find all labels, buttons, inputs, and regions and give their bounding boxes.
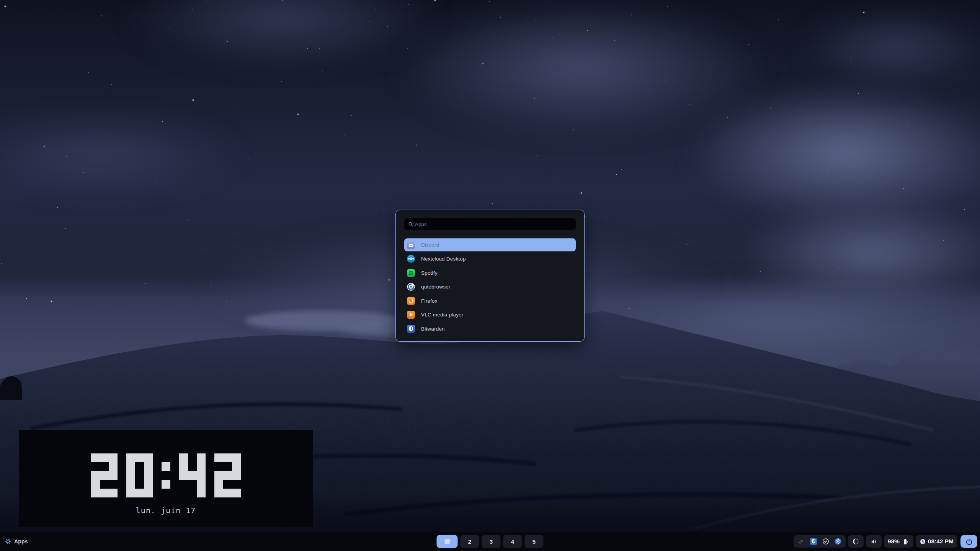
app-label: VLC media player (421, 312, 464, 318)
app-item-vlc-media-player[interactable]: VLC media player (404, 308, 576, 321)
app-label: Spotify (421, 270, 438, 276)
taskbar: Apps 2345 98% 08:42 PM (0, 532, 980, 551)
app-label: Nextcloud Desktop (421, 256, 466, 262)
taskbar-right: 98% 08:42 PM (794, 535, 977, 548)
launcher-search[interactable] (404, 218, 576, 230)
discord-icon (407, 241, 415, 249)
workspace-button-2[interactable]: 2 (461, 535, 479, 548)
clock-indicator[interactable]: 08:42 PM (916, 535, 957, 548)
clock-widget: lun. juin 17 (19, 430, 313, 527)
firefox-icon (407, 297, 415, 305)
volume-button[interactable] (866, 535, 882, 548)
workspace-button-3[interactable]: 3 (482, 535, 501, 548)
app-label: Firefox (421, 298, 438, 304)
system-tray (794, 535, 846, 548)
bitwarden-tray-icon[interactable] (810, 538, 817, 545)
battery-charging-icon (902, 538, 910, 546)
vlc-icon (407, 311, 415, 319)
app-item-qutebrowser[interactable]: qutebrowser (404, 280, 576, 293)
clock-icon (920, 538, 926, 545)
workspace-button-1[interactable] (437, 535, 458, 548)
digital-clock-time (91, 453, 241, 497)
workspace-active-dot (444, 539, 450, 544)
taskbar-time: 08:42 PM (928, 538, 954, 545)
app-item-bitwarden[interactable]: Bitwarden (404, 322, 576, 335)
nextcloud-icon (407, 255, 415, 263)
check-circle-icon[interactable] (822, 538, 829, 545)
app-label: qutebrowser (421, 284, 451, 290)
bitwarden-icon (407, 325, 415, 333)
app-item-spotify[interactable]: Spotify (404, 266, 576, 279)
apps-button[interactable]: Apps (5, 532, 28, 551)
sync-arrows-icon[interactable] (798, 538, 805, 545)
power-button[interactable] (960, 535, 977, 548)
gear-icon (5, 538, 11, 544)
app-label: Bitwarden (421, 326, 445, 332)
app-label: Discord (421, 242, 439, 248)
app-item-discord[interactable]: Discord (404, 238, 576, 251)
spotify-icon (407, 269, 415, 277)
apps-button-label: Apps (14, 538, 28, 544)
desktop: DiscordNextcloud DesktopSpotifyqutebrows… (0, 0, 980, 551)
workspace-button-5[interactable]: 5 (525, 535, 544, 548)
night-light-button[interactable] (848, 535, 864, 548)
search-input[interactable] (414, 221, 572, 228)
search-icon (408, 222, 413, 227)
bluetooth-icon[interactable] (835, 538, 841, 545)
digital-clock-date: lun. juin 17 (136, 506, 196, 515)
battery-indicator[interactable]: 98% (884, 535, 913, 548)
app-item-nextcloud-desktop[interactable]: Nextcloud Desktop (404, 253, 576, 266)
app-launcher: DiscordNextcloud DesktopSpotifyqutebrows… (395, 210, 585, 342)
workspace-switcher: 2345 (437, 535, 544, 548)
battery-percent: 98% (888, 538, 900, 545)
qutebrowser-icon (407, 283, 415, 291)
app-list: DiscordNextcloud DesktopSpotifyqutebrows… (404, 238, 576, 335)
workspace-button-4[interactable]: 4 (503, 535, 522, 548)
app-item-firefox[interactable]: Firefox (404, 294, 576, 307)
